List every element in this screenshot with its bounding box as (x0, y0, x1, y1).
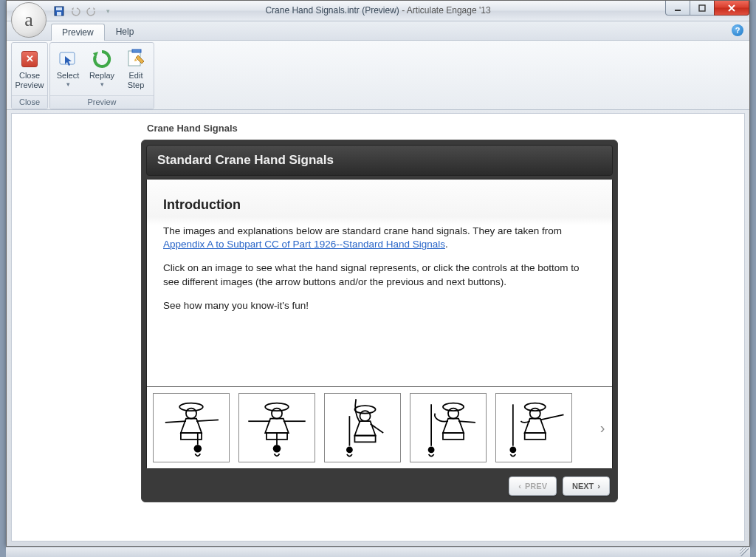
intro-heading: Introduction (163, 197, 596, 213)
intro-paragraph-2: Click on an image to see what the hand s… (163, 262, 596, 288)
svg-rect-3 (675, 10, 681, 11)
svg-rect-37 (525, 433, 546, 440)
svg-point-23 (360, 411, 370, 421)
svg-rect-4 (699, 5, 705, 11)
next-label: NEXT (572, 482, 594, 491)
svg-line-30 (458, 421, 475, 423)
dropdown-icon: ▾ (100, 81, 104, 88)
undo-icon[interactable] (69, 4, 82, 18)
thumb-signal-2[interactable] (238, 393, 315, 462)
edit-step-icon (124, 47, 148, 71)
p1a-text: The images and explanations below are st… (163, 225, 562, 236)
svg-point-28 (443, 403, 464, 411)
save-icon[interactable] (52, 4, 66, 18)
svg-point-9 (186, 409, 196, 419)
svg-rect-25 (354, 436, 375, 442)
svg-rect-1 (56, 7, 62, 10)
title-bar: a ▾ Crane Hand Signals.intr (Preview) - … (7, 1, 749, 21)
select-button[interactable]: Select ▾ (52, 45, 84, 95)
svg-point-39 (509, 447, 516, 454)
app-menu-icon[interactable]: a (11, 2, 47, 38)
thumbnail-strip: › (147, 386, 612, 468)
qat-dropdown-icon[interactable]: ▾ (101, 4, 114, 18)
chevron-right-icon: › (597, 482, 600, 491)
next-button[interactable]: NEXT› (563, 476, 610, 496)
minimize-button[interactable] (665, 1, 690, 16)
thumb-next-icon[interactable]: › (596, 418, 609, 437)
svg-line-36 (540, 414, 564, 420)
replay-icon (90, 47, 114, 71)
window-title: Crane Hand Signals.intr (Preview) - Arti… (7, 5, 749, 16)
engage-player: Standard Crane Hand Signals Introduction… (141, 140, 618, 502)
svg-line-10 (165, 421, 186, 423)
svg-point-27 (346, 447, 353, 454)
thumb-signal-4[interactable] (410, 393, 487, 462)
tab-preview[interactable]: Preview (51, 24, 105, 41)
content-area: Crane Hand Signals Standard Crane Hand S… (11, 113, 745, 541)
svg-point-29 (448, 409, 458, 419)
svg-point-13 (194, 445, 202, 453)
svg-rect-12 (181, 433, 202, 440)
player-nav: ‹PREV NEXT› (146, 469, 613, 497)
slide-area: Introduction The images and explanations… (146, 179, 613, 469)
doc-title: Crane Hand Signals.intr (Preview) (265, 5, 399, 16)
svg-rect-7 (132, 49, 141, 52)
svg-point-8 (179, 403, 203, 411)
ribbon-tab-bar: Preview Help ? (7, 21, 749, 41)
svg-point-15 (265, 403, 289, 411)
close-preview-label-2: Preview (15, 81, 44, 90)
redo-icon[interactable] (85, 4, 98, 18)
window-controls (666, 1, 749, 16)
app-name: Articulate Engage '13 (407, 5, 491, 16)
svg-point-33 (428, 447, 435, 454)
ribbon-group-preview: Select ▾ Replay ▾ Edit Step (49, 42, 154, 109)
replay-label: Replay (89, 71, 114, 81)
maximize-button[interactable] (690, 1, 715, 16)
thumb-signal-1[interactable] (153, 393, 230, 462)
close-x-icon: ✕ (21, 51, 38, 67)
tab-help[interactable]: Help (105, 23, 145, 40)
help-icon[interactable]: ? (732, 24, 743, 36)
edit-step-button[interactable]: Edit Step (120, 45, 152, 95)
title-sep: - (399, 5, 407, 16)
app-window: a ▾ Crane Hand Signals.intr (Preview) - … (6, 0, 750, 547)
resize-grip-icon[interactable] (740, 547, 749, 556)
close-preview-button[interactable]: ✕ Close Preview (13, 45, 46, 95)
ribbon-group-preview-label: Preview (50, 95, 154, 109)
thumb-signal-3[interactable] (324, 393, 401, 462)
intro-paragraph-1: The images and explanations below are st… (163, 225, 596, 251)
thumb-signal-5[interactable] (495, 393, 572, 462)
prev-button[interactable]: ‹PREV (509, 476, 557, 496)
intro-paragraph-3: See how many you know-it's fun! (163, 299, 596, 312)
cursor-icon (56, 47, 80, 71)
dropdown-icon: ▾ (66, 81, 70, 88)
replay-button[interactable]: Replay ▾ (86, 45, 118, 95)
ribbon-group-close-label: Close (12, 95, 47, 109)
svg-point-35 (530, 409, 540, 419)
p1b-text: . (445, 239, 448, 250)
svg-point-16 (272, 409, 282, 419)
preview-stage: Crane Hand Signals Standard Crane Hand S… (141, 120, 618, 502)
close-preview-label-1: Close (19, 71, 40, 81)
status-bar (6, 547, 750, 557)
edit-step-label-1: Edit (129, 71, 143, 81)
svg-point-34 (525, 403, 546, 411)
select-label: Select (57, 71, 80, 81)
svg-point-22 (354, 406, 375, 414)
stage-title: Crane Hand Signals (141, 120, 618, 140)
prev-label: PREV (525, 482, 547, 491)
ribbon-group-close: ✕ Close Preview Close (11, 42, 48, 109)
chevron-left-icon: ‹ (518, 482, 521, 491)
close-window-button[interactable] (714, 1, 749, 16)
player-title: Standard Crane Hand Signals (146, 145, 613, 176)
svg-rect-2 (57, 12, 61, 16)
slide-body: Introduction The images and explanations… (147, 180, 612, 386)
svg-rect-31 (443, 433, 464, 440)
svg-point-20 (273, 445, 281, 453)
quick-access-toolbar: ▾ (52, 1, 114, 21)
svg-line-11 (196, 420, 219, 421)
ribbon: ✕ Close Preview Close Select ▾ (7, 41, 749, 110)
appendix-link[interactable]: Appendix A to Subpart CC of Part 1926--S… (163, 239, 445, 250)
edit-step-label-2: Step (128, 81, 145, 90)
